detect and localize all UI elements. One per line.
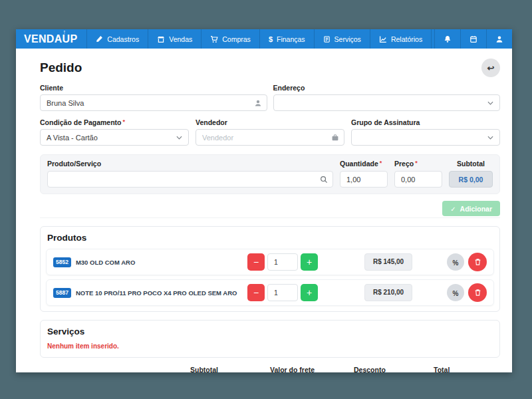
subtotal-label: Subtotal [190,366,261,372]
subtotal-header: Subtotal [449,160,493,168]
trash-icon [474,289,481,297]
clipboard-icon [323,35,331,43]
endereco-select[interactable] [273,94,501,111]
increase-quantity-button[interactable] [301,284,318,301]
quantidade-input[interactable] [340,171,388,188]
plus-icon [307,287,312,298]
condicao-pagamento-field: Condição de Pagamento* A Vista - Cartão [40,118,189,146]
calendar-button[interactable] [460,29,486,49]
product-code-badge: 5887 [53,288,71,298]
product-info: 5852 M30 OLD COM ARO [53,257,247,267]
item-entry-row: R$ 0,00 [47,171,493,188]
discount-percent-button[interactable] [447,284,464,301]
condicao-pagamento-selected-value: A Vista - Cartão [47,134,176,142]
nav-item-label: Cadastros [107,35,139,43]
frete-label: Valor do frete [270,366,344,372]
nav-item-relatorios[interactable]: Relatórios [370,29,432,49]
desconto-column: Desconto - [354,366,424,372]
nav-item-vendas[interactable]: Vendas [148,29,201,49]
quantidade-header: Quantidade* [340,160,388,168]
top-navbar: VENDAUP Cadastros Vendas Compras Finança… [16,29,512,49]
nav-item-compras[interactable]: Compras [201,29,259,49]
shop-icon [157,35,165,43]
chevron-down-icon [487,101,493,105]
nav-item-label: Vendas [169,35,192,43]
subtotal-column: Subtotal R$ 355,00 [190,366,261,372]
endereco-label: Endereço [273,84,501,92]
nav-item-label: Serviços [334,35,361,43]
product-price: R$ 210,00 [364,284,412,301]
undo-arrow-icon [487,63,495,73]
discount-percent-button[interactable] [447,253,464,271]
endereco-field: Endereço [273,84,501,111]
trash-icon [474,258,481,266]
nav-item-cadastros[interactable]: Cadastros [86,29,148,49]
pencil-icon [96,35,103,43]
person-icon [254,99,262,107]
cliente-input[interactable] [40,94,267,111]
frete-column: Valor do frete $ [270,366,344,372]
cliente-label: Cliente [40,84,267,92]
produto-servico-header: Produto/Serviço [47,160,333,168]
produtos-section: Produtos 5852 M30 OLD COM ARO R$ 145,00 [40,226,500,312]
product-name: NOTE 10 PRO/11 PRO POCO X4 PRO OLED SEM … [76,289,237,297]
pedido-form: Pedido Cliente Endereço [16,49,512,372]
decrease-quantity-button[interactable] [247,284,265,301]
servicos-section: Serviços Nenhum item inserido. [40,320,500,358]
back-button[interactable] [481,59,500,77]
product-row: 5852 M30 OLD COM ARO R$ 145,00 [46,249,494,275]
product-info: 5887 NOTE 10 PRO/11 PRO POCO X4 PRO OLED… [53,288,247,298]
product-quantity-input[interactable] [267,253,298,271]
product-quantity-input[interactable] [267,284,298,301]
increase-quantity-button[interactable] [301,253,318,271]
adicionar-label: Adicionar [460,205,492,213]
page-header: Pedido [40,59,500,77]
app-window: VENDAUP Cadastros Vendas Compras Finança… [16,29,512,372]
cart-icon [210,35,218,43]
required-asterisk: * [380,160,382,166]
entry-subtotal-value: R$ 0,00 [449,171,493,188]
required-asterisk: * [415,160,418,166]
minus-icon [253,257,259,267]
check-icon [450,205,456,213]
user-menu-button[interactable] [486,29,512,49]
decrease-quantity-button[interactable] [247,253,265,271]
nav-item-label: Compras [222,35,251,43]
item-entry-header: Produto/Serviço Quantidade* Preço* Subto… [47,160,493,168]
percent-icon [453,257,459,267]
percent-icon [453,288,459,298]
navbar-right-actions [434,29,512,49]
nav-item-servicos[interactable]: Serviços [314,29,370,49]
quantidade-header-text: Quantidade [340,160,378,168]
desconto-label: Desconto [354,366,424,372]
product-code-badge: 5852 [53,257,71,267]
condicao-pagamento-select[interactable]: A Vista - Cartão [40,129,189,146]
condicao-pagamento-label-text: Condição de Pagamento [40,118,122,126]
notifications-button[interactable] [434,29,460,49]
logo-letter-u-wrap: U [63,33,70,45]
produto-servico-search-input[interactable] [47,171,333,188]
form-row-2: Condição de Pagamento* A Vista - Cartão … [40,118,500,146]
brand-logo[interactable]: VENDAUP [16,29,86,49]
produtos-title: Produtos [47,233,493,243]
preco-input[interactable] [394,171,442,188]
logo-up-arrow-icon [63,29,66,35]
user-icon [495,35,503,43]
item-entry-panel: Produto/Serviço Quantidade* Preço* Subto… [40,154,500,194]
grupo-assinatura-field: Grupo de Assinatura [351,118,500,146]
grupo-assinatura-select[interactable] [351,129,500,146]
delete-product-button[interactable] [468,253,487,271]
vendedor-input[interactable] [196,129,344,146]
nav-item-financas[interactable]: Finanças [259,29,314,49]
product-name: M30 OLD COM ARO [76,259,135,266]
delete-product-button[interactable] [468,283,487,302]
grupo-assinatura-label: Grupo de Assinatura [351,118,500,126]
product-price: R$ 145,00 [364,253,412,271]
adicionar-button[interactable]: Adicionar [442,201,500,216]
nav-item-label: Relatórios [391,35,422,43]
preco-header-text: Preço [394,160,414,168]
nav-item-label: Finanças [277,35,305,43]
chevron-down-icon [176,136,182,140]
search-icon [320,176,328,184]
chevron-down-icon [487,136,493,140]
